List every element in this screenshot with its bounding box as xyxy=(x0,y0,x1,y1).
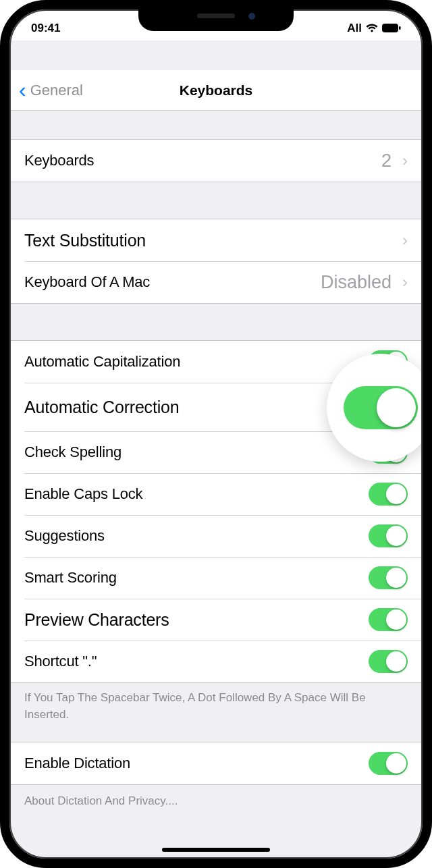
cell-label: Check Spelling xyxy=(24,443,122,461)
cell-label: Text Substitution xyxy=(24,231,146,250)
cell-label: Keyboards xyxy=(24,152,94,169)
screen: 09:41 All ‹ General Keyboards Keyboards … xyxy=(9,9,423,859)
cell-smart-scoring[interactable]: Smart Scoring xyxy=(9,557,423,599)
cell-caps-lock[interactable]: Enable Caps Lock xyxy=(9,473,423,515)
cell-keyboards[interactable]: Keyboards 2 › xyxy=(9,140,423,182)
cell-label: Enable Caps Lock xyxy=(24,485,142,503)
home-indicator[interactable] xyxy=(162,848,270,852)
chevron-right-icon: › xyxy=(402,273,408,292)
cell-suggestions[interactable]: Suggestions xyxy=(9,515,423,557)
section-dictation: Enable Dictation xyxy=(9,742,423,785)
status-time: 09:41 xyxy=(31,22,60,35)
cell-label: Smart Scoring xyxy=(24,569,117,587)
cell-enable-dictation[interactable]: Enable Dictation xyxy=(9,742,423,784)
cell-label: Shortcut "." xyxy=(24,653,97,670)
wifi-icon xyxy=(366,24,378,33)
toggle-caps-lock[interactable] xyxy=(369,483,408,506)
section-text: Text Substitution › Keyboard Of A Mac Di… xyxy=(9,219,423,304)
section-keyboards: Keyboards 2 › xyxy=(9,139,423,182)
toggle-enable-dictation[interactable] xyxy=(369,752,408,775)
cell-text-substitution[interactable]: Text Substitution › xyxy=(9,219,423,261)
chevron-right-icon: › xyxy=(402,151,408,170)
page-title: Keyboards xyxy=(180,82,253,99)
back-label: General xyxy=(30,82,83,99)
cell-label: Enable Dictation xyxy=(24,755,130,772)
svg-rect-0 xyxy=(383,24,398,32)
toggle-suggestions[interactable] xyxy=(369,524,408,547)
toggle-preview-characters[interactable] xyxy=(369,608,408,631)
cell-preview-characters[interactable]: Preview Characters xyxy=(9,599,423,641)
svg-rect-1 xyxy=(399,26,401,30)
content: Keyboards 2 › Text Substitution › Keyboa… xyxy=(9,139,423,827)
about-dictation-link[interactable]: About Dictation And Privacy.... xyxy=(9,785,423,827)
footer-shortcut-hint: If You Tap The Spacebar Twice, A Dot Fol… xyxy=(9,683,423,742)
cell-label: Suggestions xyxy=(24,527,105,545)
cell-label: Automatic Capitalization xyxy=(24,353,180,371)
toggle-shortcut[interactable] xyxy=(369,650,408,673)
keyboards-count: 2 xyxy=(381,151,392,171)
nav-bar: ‹ General Keyboards xyxy=(9,70,423,111)
cell-label: Keyboard Of A Mac xyxy=(24,273,150,291)
cell-label: Preview Characters xyxy=(24,610,169,630)
back-button[interactable]: ‹ General xyxy=(19,78,83,103)
battery-icon xyxy=(382,24,401,33)
chevron-right-icon: › xyxy=(402,231,408,250)
chevron-left-icon: ‹ xyxy=(19,78,26,103)
status-carrier: All xyxy=(347,22,362,35)
cell-label: Automatic Correction xyxy=(24,398,179,417)
cell-value: Disabled xyxy=(321,272,392,293)
section-toggles: Automatic Capitalization Automatic Corre… xyxy=(9,340,423,683)
cell-shortcut[interactable]: Shortcut "." xyxy=(9,641,423,682)
toggle-smart-scoring[interactable] xyxy=(369,566,408,589)
cell-keyboard-mac[interactable]: Keyboard Of A Mac Disabled › xyxy=(9,261,423,303)
toggle-auto-correction-magnified[interactable] xyxy=(344,386,418,429)
